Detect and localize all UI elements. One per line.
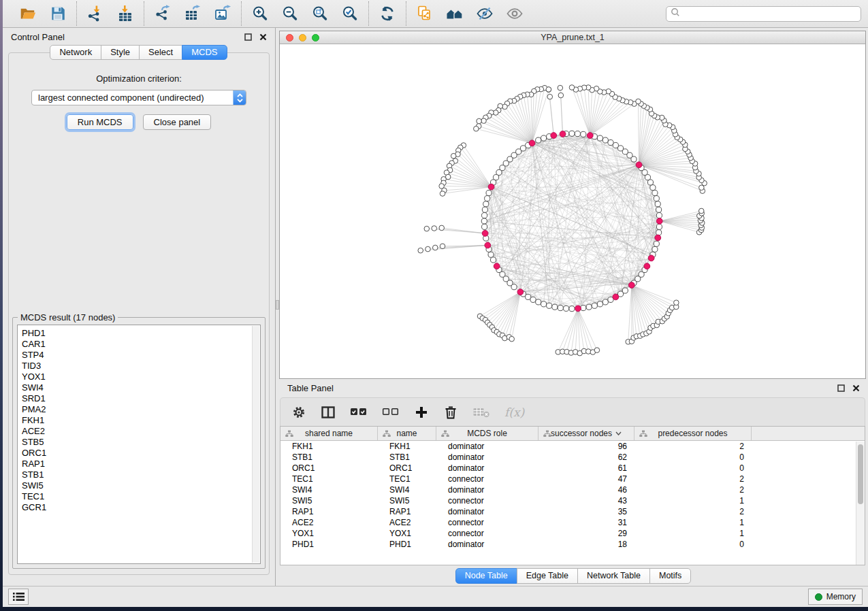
refresh-icon[interactable] [378, 4, 397, 23]
table-cell: TEC1 [280, 474, 378, 484]
float-table-panel-icon[interactable] [835, 383, 846, 394]
mcds-result-item[interactable]: YOX1 [22, 371, 260, 382]
task-history-button[interactable] [8, 589, 29, 605]
table-cell: ACE2 [378, 517, 436, 528]
zoom-selected-icon[interactable] [340, 4, 359, 23]
mcds-result-item[interactable]: TID3 [22, 361, 260, 371]
hide-graphics-icon[interactable] [475, 4, 494, 23]
main-toolbar [3, 0, 868, 28]
mcds-result-item[interactable]: SRD1 [22, 393, 260, 404]
table-row[interactable]: YOX1YOX1connector291 [280, 528, 865, 539]
search-box[interactable] [666, 6, 861, 22]
mcds-result-item[interactable]: ACE2 [22, 426, 260, 437]
mcds-result-item[interactable]: RAP1 [22, 459, 260, 469]
tab-motifs[interactable]: Motifs [649, 568, 691, 584]
control-panel-titlebar: Control Panel [3, 28, 275, 45]
list-scrollbar[interactable] [252, 326, 259, 563]
close-table-panel-icon[interactable] [850, 383, 861, 394]
panel-splitter[interactable] [275, 28, 279, 586]
table-cell: TEC1 [378, 474, 436, 484]
right-column: YPA_prune.txt_1 Table Panel f(x) [279, 28, 868, 586]
mcds-result-item[interactable]: FKH1 [22, 415, 260, 426]
table-settings-icon[interactable] [291, 405, 306, 420]
select-all-icon[interactable] [350, 406, 368, 418]
mcds-result-item[interactable]: TEC1 [22, 491, 260, 502]
table-cell: FKH1 [378, 441, 436, 452]
column-header-successor-nodes[interactable]: successor nodes [539, 427, 634, 440]
save-session-icon[interactable] [48, 4, 67, 23]
table-row[interactable]: SWI4SWI4dominator462 [280, 484, 865, 495]
table-scrollbar-thumb[interactable] [858, 444, 863, 504]
mcds-result-item[interactable]: PMA2 [22, 404, 260, 415]
table-panel-titlebar: Table Panel [279, 379, 868, 396]
mcds-result-item[interactable]: STB1 [22, 469, 260, 480]
table-row[interactable]: FKH1FKH1dominator962 [280, 441, 865, 452]
tab-network[interactable]: Network [50, 45, 101, 60]
table-cell: connector [436, 528, 539, 539]
table-row[interactable]: STB1STB1dominator620 [280, 452, 865, 463]
table-row[interactable]: ACE2ACE2connector311 [280, 517, 865, 528]
tab-mcds[interactable]: MCDS [182, 45, 227, 60]
add-column-icon[interactable] [414, 405, 429, 420]
column-header-predecessor-nodes[interactable]: predecessor nodes [634, 427, 752, 440]
mcds-result-item[interactable]: STP4 [22, 350, 260, 361]
import-table-icon[interactable] [116, 4, 135, 23]
zoom-fit-icon[interactable] [310, 4, 329, 23]
mcds-result-item[interactable]: CAR1 [22, 339, 260, 350]
table-row[interactable]: TEC1TEC1connector472 [280, 474, 865, 484]
tab-node-table[interactable]: Node Table [455, 568, 517, 584]
tab-style[interactable]: Style [101, 45, 140, 60]
float-panel-icon[interactable] [242, 32, 253, 43]
table-cell: 47 [539, 474, 634, 484]
close-window-icon[interactable] [286, 34, 293, 42]
column-header-MCDS-role[interactable]: MCDS role [436, 427, 539, 440]
delete-column-icon[interactable] [443, 405, 458, 420]
import-network-icon[interactable] [86, 4, 105, 23]
table-cell: YOX1 [280, 528, 378, 539]
export-network-icon[interactable] [153, 4, 172, 23]
tab-network-table[interactable]: Network Table [577, 568, 650, 584]
zoom-in-icon[interactable] [251, 4, 270, 23]
open-file-icon[interactable] [18, 4, 37, 23]
close-panel-button[interactable]: Close panel [143, 114, 212, 130]
mcds-result-list[interactable]: PHD1CAR1STP4TID3YOX1SWI4SRD1PMA2FKH1ACE2… [17, 325, 261, 564]
table-scrollbar[interactable] [856, 442, 865, 565]
column-header-name[interactable]: name [378, 427, 436, 440]
mcds-result-item[interactable]: SWI5 [22, 480, 260, 491]
tab-edge-table[interactable]: Edge Table [517, 568, 578, 584]
optimization-select[interactable]: largest connected component (undirected) [31, 90, 246, 105]
table-row[interactable]: PHD1PHD1dominator180 [280, 539, 865, 550]
minimize-window-icon[interactable] [299, 34, 306, 42]
memory-button[interactable]: Memory [808, 589, 863, 605]
network-overview-icon[interactable] [445, 4, 464, 23]
tab-select[interactable]: Select [139, 45, 182, 60]
table-cell: SWI4 [280, 484, 378, 495]
network-window-titlebar[interactable]: YPA_prune.txt_1 [280, 31, 865, 44]
table-cell: SWI5 [280, 495, 378, 506]
function-builder-icon: f(x) [504, 406, 524, 419]
mcds-result-item[interactable]: SWI4 [22, 382, 260, 393]
export-image-icon[interactable] [213, 4, 232, 23]
table-body: FKH1FKH1dominator962STB1STB1dominator620… [280, 441, 865, 565]
table-cell: FKH1 [280, 441, 378, 452]
deselect-all-icon[interactable] [382, 406, 400, 418]
show-graphics-icon[interactable] [505, 4, 524, 23]
zoom-out-icon[interactable] [280, 4, 300, 23]
table-row[interactable]: RAP1RAP1dominator352 [280, 506, 865, 517]
splitter-grip[interactable] [276, 300, 279, 310]
mcds-result-item[interactable]: ORC1 [22, 448, 260, 459]
column-header-shared-name[interactable]: shared name [280, 427, 378, 440]
close-panel-icon[interactable] [257, 32, 268, 43]
search-input[interactable] [683, 9, 856, 18]
network-canvas[interactable] [280, 44, 865, 378]
table-row[interactable]: SWI5SWI5connector431 [280, 495, 865, 506]
split-panel-icon[interactable] [321, 405, 336, 420]
table-row[interactable]: ORC1ORC1dominator610 [280, 463, 865, 474]
mcds-result-item[interactable]: PHD1 [22, 328, 260, 339]
maximize-window-icon[interactable] [312, 34, 319, 42]
run-mcds-button[interactable]: Run MCDS [67, 114, 133, 130]
export-table-icon[interactable] [183, 4, 202, 23]
mcds-result-item[interactable]: STB5 [22, 437, 260, 448]
new-network-selection-icon[interactable] [415, 4, 434, 23]
mcds-result-item[interactable]: GCR1 [22, 502, 260, 513]
